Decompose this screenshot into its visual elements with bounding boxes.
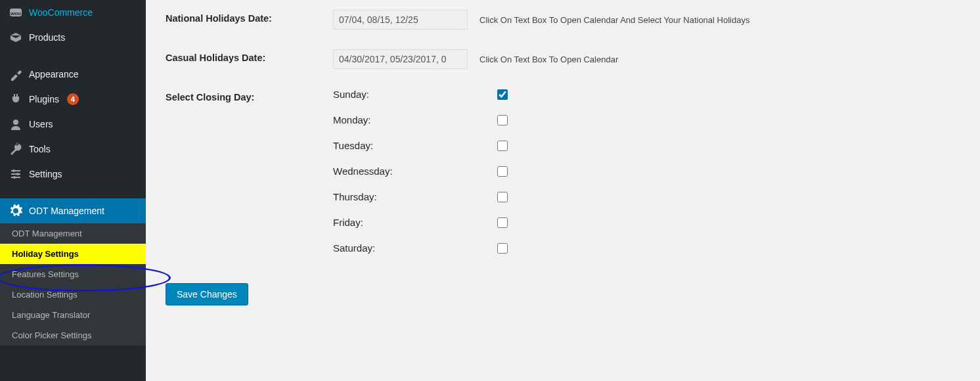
svg-point-6 <box>12 169 15 172</box>
woocommerce-icon: woo <box>9 6 22 19</box>
sidebar-label: Tools <box>29 144 51 154</box>
closing-day-label-1: Monday: <box>333 114 497 125</box>
closing-day-label-5: Friday: <box>333 217 497 228</box>
closing-day-label-3: Wednessday: <box>333 166 497 177</box>
sidebar-label: Products <box>29 32 65 43</box>
sidebar-item-woocommerce[interactable]: woo WooCommerce <box>0 0 146 25</box>
sidebar-item-users[interactable]: Users <box>0 112 146 137</box>
main-content: National Holidays Date: Click On Text Bo… <box>146 0 980 381</box>
settings-icon <box>9 168 22 181</box>
users-icon <box>9 118 22 131</box>
tools-icon <box>9 143 22 156</box>
closing-day-checkbox-4[interactable] <box>497 192 508 202</box>
closing-day-label-4: Thursday: <box>333 191 497 202</box>
submenu: ODT Management Holiday Settings Features… <box>0 223 146 346</box>
submenu-item-color-picker-settings[interactable]: Color Picker Settings <box>0 325 146 346</box>
closing-day-label-6: Saturday: <box>333 242 497 254</box>
sidebar-label: ODT Management <box>29 206 104 216</box>
casual-holidays-input[interactable] <box>333 49 468 69</box>
closing-day-checkbox-1[interactable] <box>497 115 508 125</box>
closing-day-checkbox-6[interactable] <box>497 243 508 254</box>
sidebar-item-settings[interactable]: Settings <box>0 162 146 187</box>
submenu-item-holiday-settings[interactable]: Holiday Settings <box>0 244 146 264</box>
svg-point-7 <box>16 173 19 175</box>
sidebar-label: Settings <box>29 169 62 179</box>
sidebar-item-appearance[interactable]: Appearance <box>0 62 146 87</box>
national-holidays-label: National Holidays Date: <box>166 0 326 39</box>
sidebar-label: WooCommerce <box>29 7 93 18</box>
closing-day-checkbox-3[interactable] <box>497 166 508 177</box>
sidebar-label: Users <box>29 119 53 129</box>
casual-holidays-label: Casual Holidays Date: <box>166 39 326 79</box>
submenu-item-language-translator[interactable]: Language Translator <box>0 305 146 325</box>
national-holidays-hint: Click On Text Box To Open Calendar And S… <box>479 15 749 25</box>
national-holidays-input[interactable] <box>333 10 468 30</box>
closing-day-label: Select Closing Day: <box>166 79 326 263</box>
closing-day-checkbox-0[interactable] <box>497 89 508 100</box>
submenu-item-location-settings[interactable]: Location Settings <box>0 284 146 305</box>
sidebar-item-products[interactable]: Products <box>0 25 146 50</box>
sidebar-label: Plugins <box>29 94 59 104</box>
closing-day-checkbox-5[interactable] <box>497 217 508 228</box>
sidebar-item-plugins[interactable]: Plugins 4 <box>0 87 146 112</box>
appearance-icon <box>9 68 22 81</box>
svg-point-2 <box>13 120 18 125</box>
closing-day-label-2: Tuesday: <box>333 140 497 151</box>
submenu-item-features-settings[interactable]: Features Settings <box>0 264 146 284</box>
sidebar-item-odt-management[interactable]: ODT Management <box>0 198 146 223</box>
closing-day-checkbox-2[interactable] <box>497 141 508 151</box>
products-icon <box>9 31 22 44</box>
gear-icon <box>9 204 22 217</box>
svg-point-8 <box>13 176 16 179</box>
casual-holidays-hint: Click On Text Box To Open Calendar <box>479 55 618 64</box>
submenu-item-odt-management[interactable]: ODT Management <box>0 223 146 244</box>
plugins-icon <box>9 93 22 106</box>
plugins-badge: 4 <box>67 93 79 105</box>
sidebar-item-tools[interactable]: Tools <box>0 137 146 162</box>
svg-text:woo: woo <box>10 11 21 16</box>
save-button[interactable]: Save Changes <box>166 283 248 305</box>
sidebar-label: Appearance <box>29 69 79 79</box>
admin-sidebar: woo WooCommerce Products Appearance Plug… <box>0 0 146 381</box>
closing-day-label-0: Sunday: <box>333 89 497 100</box>
